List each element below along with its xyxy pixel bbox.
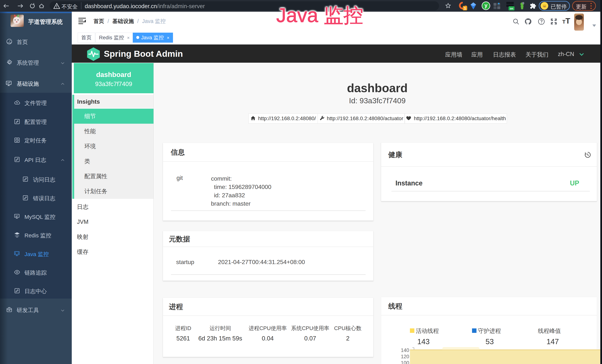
svg-text:1: 1 [464, 6, 466, 10]
svg-text:on: on [510, 7, 513, 10]
